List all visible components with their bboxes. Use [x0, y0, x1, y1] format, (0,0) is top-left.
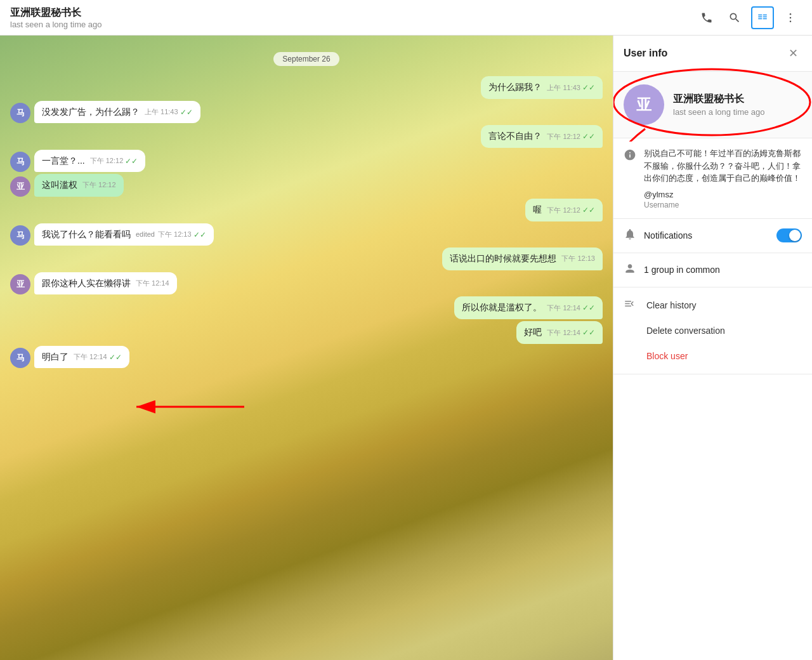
message-bubble: 好吧下午 12:14 ✓✓ — [516, 321, 603, 344]
message-meta: 上午 11:43 ✓✓ — [145, 107, 193, 118]
message-bubble: 跟你这种人实在懒得讲下午 12:14 — [34, 272, 177, 295]
header-actions — [695, 6, 802, 29]
user-info-section: 亚 亚洲联盟秘书长 last seen a long time ago — [613, 72, 812, 138]
message-text: 这叫滥权 — [42, 180, 77, 190]
message-time: 下午 12:14 — [74, 352, 107, 362]
message-meta: 下午 12:12 ✓✓ — [547, 205, 595, 216]
header-title-area: 亚洲联盟秘书长 last seen a long time ago — [10, 6, 695, 29]
message-text: 所以你就是滥权了。 — [462, 302, 542, 312]
read-icon: ✓✓ — [582, 327, 595, 338]
avatar: 马 — [10, 225, 30, 246]
chat-header: 亚洲联盟秘书长 last seen a long time ago — [0, 0, 812, 36]
more-options-button[interactable] — [779, 6, 802, 29]
message-meta: 下午 12:12 ✓✓ — [90, 156, 138, 167]
panel-toggle-button[interactable] — [751, 6, 774, 29]
read-icon: ✓✓ — [125, 156, 138, 167]
message-text: 明白了 — [42, 352, 69, 362]
avatar: 亚 — [10, 274, 30, 294]
edited-label: edited — [136, 230, 155, 239]
user-info-text: 亚洲联盟秘书长 last seen a long time ago — [673, 93, 765, 117]
message-bubble: 没发发广告，为什么踢？上午 11:43 ✓✓ — [34, 101, 200, 124]
message-bubble: 所以你就是滥权了。下午 12:14 ✓✓ — [454, 296, 603, 319]
bio-content: 别说自己不可能！年过半百的汤姆克鲁斯都不服输，你服什么劲？？奋斗吧，人们！拿出你… — [644, 147, 802, 209]
message-text: 一言堂？... — [42, 155, 85, 166]
message-time: 下午 12:14 — [547, 328, 580, 338]
right-panel: User info ✕ 亚 亚洲联盟秘书长 last seen a long t… — [613, 36, 812, 660]
message-row: 亚跟你这种人实在懒得讲下午 12:14 — [10, 272, 603, 295]
panel-close-button[interactable]: ✕ — [784, 44, 802, 62]
info-icon — [624, 148, 636, 164]
search-button[interactable] — [723, 6, 746, 29]
user-info-wrapper: 亚 亚洲联盟秘书长 last seen a long time ago — [613, 72, 812, 138]
message-bubble: 一言堂？...下午 12:12 ✓✓ — [34, 150, 145, 173]
message-bubble: 明白了下午 12:14 ✓✓ — [34, 346, 129, 369]
message-time: 下午 12:14 — [136, 279, 169, 288]
group-in-common-section[interactable]: 1 group in common — [613, 253, 812, 287]
chat-messages-area[interactable]: September 26 为什么踢我？上午 11:43 ✓✓马没发发广告，为什么… — [0, 36, 613, 660]
svg-point-1 — [790, 16, 792, 18]
message-time: 下午 12:13 — [561, 254, 595, 263]
message-meta: 下午 12:14 ✓✓ — [547, 303, 595, 314]
panel-header: User info ✕ — [613, 36, 812, 72]
message-row: 喔下午 12:12 ✓✓ — [10, 199, 603, 221]
bell-icon — [624, 228, 636, 244]
group-label: 1 group in common — [644, 265, 720, 275]
message-bubble: 这叫滥权下午 12:12 — [34, 174, 124, 197]
message-text: 跟你这种人实在懒得讲 — [42, 278, 131, 288]
chat-contact-status: last seen a long time ago — [10, 20, 695, 29]
read-icon: ✓✓ — [193, 230, 206, 241]
notifications-label: Notifications — [644, 230, 769, 241]
chat-contact-name: 亚洲联盟秘书长 — [10, 6, 695, 20]
message-text: 我说了什么？能看看吗 — [42, 229, 131, 239]
read-icon: ✓✓ — [109, 352, 122, 363]
clear-history-icon — [624, 298, 635, 312]
bio-username-label: Username — [644, 201, 802, 209]
message-time: 上午 11:43 — [547, 83, 580, 93]
message-row: 马我说了什么？能看看吗edited下午 12:13 ✓✓ — [10, 223, 603, 246]
message-row: 好吧下午 12:14 ✓✓ — [10, 321, 603, 344]
message-meta: edited下午 12:13 ✓✓ — [136, 230, 206, 241]
bio-text: 别说自己不可能！年过半百的汤姆克鲁斯都不服输，你服什么劲？？奋斗吧，人们！拿出你… — [644, 147, 802, 185]
message-meta: 下午 12:14 — [136, 279, 169, 288]
message-time: 下午 12:12 — [547, 132, 580, 142]
message-text: 喔 — [533, 204, 542, 214]
message-bubble: 我说了什么？能看看吗edited下午 12:13 ✓✓ — [34, 223, 214, 246]
message-text: 话说出口的时候就要先想想 — [450, 253, 556, 263]
message-text: 好吧 — [524, 327, 542, 337]
clear-history-item[interactable]: Clear history — [613, 293, 812, 318]
message-row: 马没发发广告，为什么踢？上午 11:43 ✓✓ — [10, 101, 603, 124]
message-row: 马一言堂？...下午 12:12 ✓✓ — [10, 150, 603, 173]
read-icon: ✓✓ — [582, 82, 595, 93]
svg-point-2 — [790, 20, 792, 22]
notifications-section: Notifications — [613, 219, 812, 253]
user-avatar-large: 亚 — [624, 84, 664, 125]
avatar: 马 — [10, 348, 30, 368]
call-button[interactable] — [695, 6, 718, 29]
message-bubble: 言论不自由？下午 12:12 ✓✓ — [481, 125, 603, 148]
bio-section: 别说自己不可能！年过半百的汤姆克鲁斯都不服输，你服什么劲？？奋斗吧，人们！拿出你… — [613, 138, 812, 219]
message-row: 亚这叫滥权下午 12:12 — [10, 174, 603, 197]
read-icon: ✓✓ — [180, 107, 193, 118]
bio-username: @ylmsz — [644, 190, 802, 199]
read-icon: ✓✓ — [582, 131, 595, 142]
main-area: September 26 为什么踢我？上午 11:43 ✓✓马没发发广告，为什么… — [0, 36, 812, 660]
delete-conversation-item[interactable]: Delete conversation — [613, 318, 812, 343]
read-icon: ✓✓ — [582, 205, 595, 216]
avatar: 马 — [10, 103, 30, 123]
panel-title: User info — [624, 48, 667, 59]
message-bubble: 话说出口的时候就要先想想下午 12:13 — [442, 248, 603, 270]
date-separator: September 26 — [10, 52, 603, 66]
message-meta: 下午 12:14 ✓✓ — [547, 327, 595, 338]
svg-point-0 — [790, 13, 792, 15]
actions-section: Clear history Delete conversation Block … — [613, 287, 812, 374]
toggle-knob — [789, 230, 801, 241]
message-time: 下午 12:12 — [90, 156, 124, 166]
read-icon: ✓✓ — [582, 303, 595, 314]
message-time: 下午 12:12 — [82, 180, 116, 190]
notifications-toggle[interactable] — [776, 228, 802, 242]
message-bubble: 为什么踢我？上午 11:43 ✓✓ — [481, 76, 603, 99]
message-row: 话说出口的时候就要先想想下午 12:13 — [10, 248, 603, 270]
message-row: 言论不自由？下午 12:12 ✓✓ — [10, 125, 603, 148]
message-time: 下午 12:14 — [547, 303, 580, 313]
block-user-item[interactable]: Block user — [613, 343, 812, 369]
